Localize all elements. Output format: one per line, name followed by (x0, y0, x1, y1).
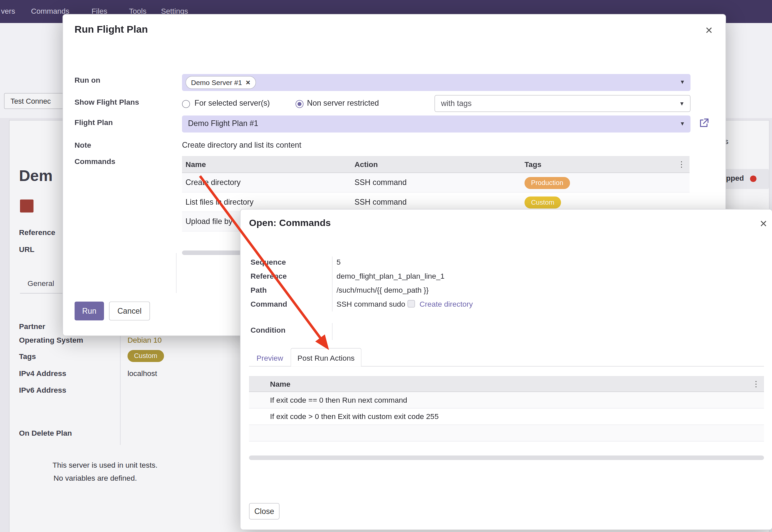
tab-post-run-actions[interactable]: Post Run Actions (291, 348, 362, 367)
run-button-label: Run (82, 307, 96, 316)
create-directory-checkbox[interactable] (408, 300, 415, 308)
kebab-menu-icon[interactable]: ⋮ (752, 379, 760, 389)
post-run-actions-table: Name ⋮ If exit code == 0 then Run next c… (249, 376, 764, 459)
cancel-button-label: Cancel (117, 307, 141, 316)
reference-value: demo_flight_plan_1_plan_line_1 (337, 272, 445, 280)
cell-name: If exit code > 0 then Exit with custom e… (270, 412, 439, 421)
reference-label: Reference (251, 272, 287, 280)
run-button[interactable]: Run (75, 302, 104, 321)
create-directory-link[interactable]: Create directory (420, 300, 473, 308)
note-label: Note (75, 141, 91, 149)
screen: vers Commands Files Tools Settings Test … (0, 0, 772, 532)
flight-plan-dropdown[interactable]: Demo Flight Plan #1 ▾ (182, 116, 691, 133)
col-name[interactable]: Name (186, 160, 206, 169)
run-on-label: Run on (75, 76, 100, 84)
radio-non-server-restricted[interactable] (296, 100, 304, 108)
table-row[interactable]: If exit code == 0 then Run next command (249, 392, 764, 409)
table-row-empty (249, 425, 764, 442)
dialog-title: Open: Commands (249, 218, 331, 229)
flight-plan-value: Demo Flight Plan #1 (188, 119, 258, 128)
kebab-menu-icon[interactable]: ⋮ (678, 160, 686, 169)
col-name[interactable]: Name (270, 380, 290, 388)
path-value: /such/much/{{ demo_path }} (337, 286, 429, 294)
post-run-table-header: Name ⋮ (249, 376, 764, 392)
run-on-field[interactable]: Demo Server #1 ✕ ▾ (182, 74, 691, 91)
table-row[interactable]: Create directory SSH command Production (182, 173, 690, 193)
show-flight-plans-label: Show Flight Plans (75, 98, 139, 106)
cell-name: Upload file by (186, 217, 233, 226)
with-tags-value: with tags (441, 99, 472, 108)
remove-chip-icon[interactable]: ✕ (245, 79, 250, 86)
dialog-title: Run Flight Plan (75, 24, 148, 35)
server-chip-label: Demo Server #1 (191, 79, 242, 87)
close-button[interactable]: Close (249, 503, 280, 520)
form-divider (176, 253, 177, 293)
tag-badge-production: Production (525, 177, 570, 189)
chevron-down-icon[interactable]: ▾ (680, 100, 684, 107)
cell-name: Create directory (186, 178, 241, 187)
sequence-value: 5 (337, 258, 341, 266)
command-value: SSH command sudo (337, 300, 405, 308)
commands-table-header: Name Action Tags ⋮ (182, 156, 690, 173)
form-column-divider (332, 323, 333, 340)
horizontal-scrollbar[interactable] (249, 456, 764, 460)
open-commands-dialog: Open: Commands ✕ Sequence 5 Reference de… (240, 209, 772, 530)
condition-label: Condition (251, 326, 286, 334)
cancel-button[interactable]: Cancel (109, 302, 150, 321)
cell-action: SSH command (355, 178, 407, 187)
form-column-divider (332, 257, 333, 312)
tag-badge-custom: Custom (525, 197, 561, 209)
radio-non-server-restricted-label[interactable]: Non server restricted (307, 99, 379, 108)
cell-action: SSH command (355, 198, 407, 207)
cell-name: List files in directory (186, 198, 254, 207)
path-label: Path (251, 286, 267, 294)
server-chip[interactable]: Demo Server #1 ✕ (186, 76, 256, 89)
close-button-label: Close (254, 507, 274, 516)
close-icon[interactable]: ✕ (705, 26, 713, 35)
radio-selected-servers[interactable] (182, 100, 190, 108)
close-icon[interactable]: ✕ (760, 219, 768, 229)
col-action[interactable]: Action (355, 160, 378, 169)
radio-selected-servers-label[interactable]: For selected server(s) (195, 99, 270, 108)
chevron-down-icon[interactable]: ▾ (681, 120, 684, 127)
table-row[interactable]: If exit code > 0 then Exit with custom e… (249, 409, 764, 425)
cell-name: If exit code == 0 then Run next command (270, 396, 407, 404)
note-value: Create directory and list its content (182, 141, 301, 150)
command-label: Command (251, 300, 287, 308)
commands-label: Commands (75, 157, 116, 166)
col-tags[interactable]: Tags (525, 160, 542, 169)
external-link-icon[interactable] (699, 118, 710, 130)
sequence-label: Sequence (251, 258, 286, 266)
tab-post-run-actions-label: Post Run Actions (297, 353, 354, 362)
chevron-down-icon[interactable]: ▾ (681, 78, 684, 86)
flight-plan-label: Flight Plan (75, 118, 113, 127)
with-tags-dropdown[interactable]: with tags ▾ (435, 95, 691, 112)
tab-preview[interactable]: Preview (257, 354, 283, 362)
